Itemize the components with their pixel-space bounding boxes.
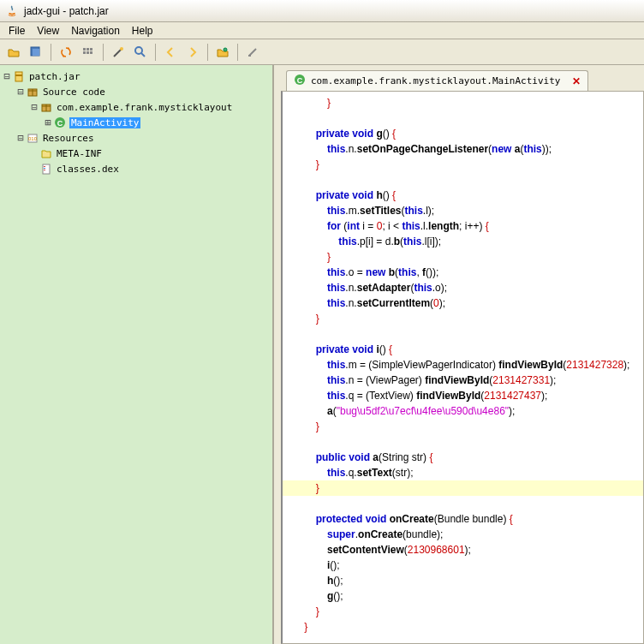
code-line[interactable]: this.m.setTitles(this.l); [283,203,643,218]
svg-rect-20 [43,164,50,174]
code-line[interactable]: private void h() { [283,188,643,203]
resources-icon: 010 [26,131,39,145]
flatten-button[interactable] [78,42,98,63]
main-area: ⊟ patch.jar ⊟ Source code ⊟ com.example.… [0,65,644,644]
svg-rect-5 [83,51,86,54]
tree-resources[interactable]: ⊟ 010 Resources [0,130,272,146]
code-line[interactable]: super.onCreate(bundle); [283,527,643,542]
menu-navigation[interactable]: Navigation [66,23,125,39]
code-line[interactable]: h(); [283,573,643,588]
collapse-icon[interactable]: ⊟ [15,132,26,144]
close-icon[interactable]: ✕ [572,75,581,87]
tab-row: C com.example.frank.mysticklayout.MainAc… [281,70,644,91]
svg-rect-1 [33,49,39,56]
menu-view[interactable]: View [32,23,64,39]
title-bar: jadx-gui - patch.jar [0,0,644,22]
tree-source-code[interactable]: ⊟ Source code [0,84,272,99]
jar-icon [12,69,26,83]
expand-icon[interactable]: ⊞ [43,116,53,128]
code-line[interactable]: this.o = new b(this, f()); [283,265,643,280]
back-button[interactable] [160,42,181,63]
code-line[interactable]: private void i() { [283,342,643,357]
code-line[interactable]: this.p[i] = d.b(this.l[i]); [283,234,643,249]
svg-rect-3 [86,48,89,51]
forward-button[interactable] [182,42,203,63]
wand-button[interactable] [108,42,128,63]
svg-rect-12 [15,72,22,81]
window-title: jadx-gui - patch.jar [24,5,109,17]
class-icon: C [53,116,67,129]
code-line[interactable] [283,434,643,450]
svg-point-10 [224,48,227,51]
separator [51,44,51,61]
tree-root[interactable]: ⊟ patch.jar [0,69,272,84]
collapse-icon[interactable]: ⊟ [29,101,39,113]
collapse-icon[interactable]: ⊟ [15,86,26,98]
svg-rect-11 [248,55,251,57]
code-line[interactable] [283,326,643,342]
code-line[interactable]: setContentView(2130968601); [283,542,643,558]
package-icon [39,100,53,114]
code-line[interactable] [283,110,643,126]
collapse-icon[interactable]: ⊟ [2,70,12,82]
code-line[interactable]: i(); [283,558,643,573]
tree-class-selected[interactable]: ⊞ C MainActivity [0,115,272,130]
code-line[interactable]: g(); [283,588,643,604]
separator [207,44,208,61]
deobfuscate-button[interactable] [212,42,233,63]
save-all-button[interactable] [26,42,46,63]
search-button[interactable] [130,42,151,63]
settings-button[interactable] [242,42,263,63]
code-line[interactable]: this.q = (TextView) findViewById(2131427… [283,388,643,403]
svg-text:010: 010 [28,136,38,141]
tree-meta-inf[interactable]: META-INF [0,146,272,161]
code-line[interactable]: } [283,311,643,326]
code-line[interactable]: } [283,604,643,619]
toolbar [0,39,644,65]
sync-button[interactable] [56,42,76,63]
content-area: C com.example.frank.mysticklayout.MainAc… [274,65,644,644]
code-line[interactable]: this.q.setText(str); [283,465,643,480]
code-line[interactable]: private void g() { [283,126,643,141]
separator [155,44,156,61]
code-line[interactable]: } [283,95,643,110]
svg-point-8 [120,47,123,51]
code-line[interactable]: public void a(String str) { [283,450,643,465]
folder-icon [39,146,53,160]
code-line[interactable]: } [283,249,643,265]
code-line[interactable]: this.n = (ViewPager) findViewById(213142… [283,373,643,388]
svg-rect-21 [44,166,45,167]
svg-rect-22 [44,168,45,169]
code-line[interactable] [283,172,643,188]
code-line[interactable] [283,496,643,511]
svg-rect-2 [83,48,86,51]
svg-rect-13 [15,75,22,76]
menu-help[interactable]: Help [127,23,158,39]
sidebar-tree[interactable]: ⊟ patch.jar ⊟ Source code ⊟ com.example.… [0,65,274,644]
code-line[interactable]: } [283,419,643,434]
svg-rect-6 [86,51,89,54]
code-line[interactable]: protected void onCreate(Bundle bundle) { [283,511,643,527]
code-line[interactable]: a("bug\u5df2\u7ecf\u4fee\u590d\u4e86"); [283,403,643,419]
separator [237,44,238,61]
menu-file[interactable]: File [3,23,30,39]
open-button[interactable] [3,42,24,63]
svg-rect-4 [90,48,92,51]
separator [103,44,104,61]
code-line[interactable]: for (int i = 0; i < this.l.length; i++) … [283,218,643,234]
code-editor[interactable]: } private void g() { this.n.setOnPageCha… [281,91,644,644]
svg-text:C: C [297,76,303,85]
code-line[interactable]: } [283,157,643,172]
code-line[interactable]: this.n.setOnPageChangeListener(new a(thi… [283,141,643,157]
code-line[interactable]: this.n.setAdapter(this.o); [283,280,643,295]
tree-package[interactable]: ⊟ com.example.frank.mysticklayout [0,99,272,115]
tree-classes-dex[interactable]: classes.dex [0,161,272,176]
code-line[interactable]: } [283,480,643,496]
code-line[interactable]: this.m = (SimpleViewPagerIndicator) find… [283,357,643,373]
editor-tab[interactable]: C com.example.frank.mysticklayout.MainAc… [286,70,588,91]
svg-rect-23 [44,170,45,170]
code-line[interactable]: this.n.setCurrentItem(0); [283,295,643,311]
dex-icon [39,162,53,176]
package-icon [26,85,39,98]
code-line[interactable]: } [283,619,643,635]
